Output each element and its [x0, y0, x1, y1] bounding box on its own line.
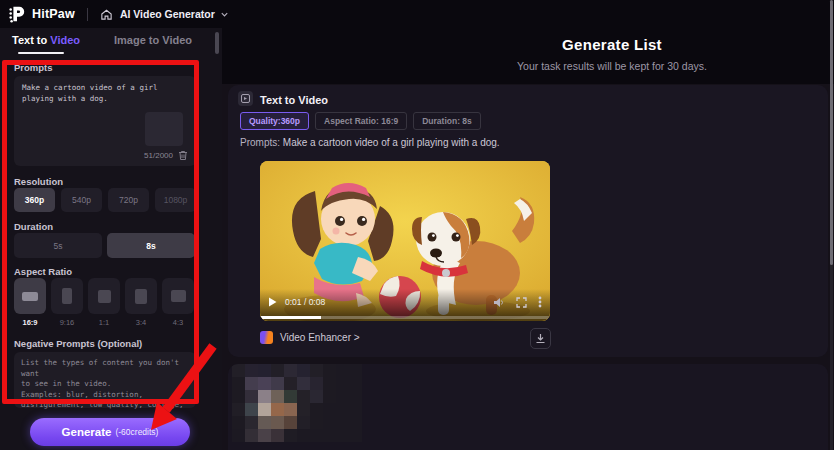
- aspect-ratio-options: [14, 278, 194, 314]
- duration-badge: Duration: 8s: [413, 112, 481, 130]
- task-card-censored: [228, 364, 828, 450]
- aspect-ratio-label: Aspect Ratio: [14, 266, 72, 277]
- topbar-divider: [87, 8, 88, 21]
- tab-label-prefix: Text to: [12, 34, 50, 46]
- task-card: Text to Video Quality:360p Aspect Ratio:…: [228, 85, 828, 357]
- prompts-label: Prompts: [14, 62, 53, 73]
- progress-fill: [260, 316, 321, 319]
- video-controls-right: [493, 296, 542, 308]
- download-icon: [535, 333, 546, 344]
- page-subtitle: Your task results will be kept for 30 da…: [390, 60, 834, 72]
- aspect-9-16-shape: [62, 288, 72, 304]
- aspect-16-9[interactable]: [14, 278, 46, 314]
- tab-label-accent: Video: [50, 34, 80, 46]
- aspect-label-9-16: 9:16: [51, 318, 83, 327]
- prompt-text: Make a cartoon video of a girl playing w…: [22, 83, 172, 105]
- page-title: Generate List: [390, 36, 834, 53]
- quality-badge: Quality:360p: [240, 112, 309, 130]
- duration-8s[interactable]: 8s: [107, 233, 195, 258]
- video-enhancer-icon: [260, 331, 273, 344]
- duration-label: Duration: [14, 221, 53, 232]
- video-enhancer-row: Video Enhancer >: [260, 331, 360, 344]
- video-time: 0:01 / 0:08: [285, 297, 325, 307]
- chevron-down-icon[interactable]: [220, 10, 229, 19]
- aspect-label-4-3: 4:3: [162, 318, 194, 327]
- sidebar: Text to Video Image to Video Prompts Mak…: [0, 28, 222, 450]
- video-progress-bar[interactable]: [260, 316, 550, 319]
- censored-block: [232, 364, 362, 442]
- resolution-1080p[interactable]: 1080p: [155, 188, 196, 212]
- char-counter-row: 51/2000: [144, 150, 188, 161]
- home-icon[interactable]: [100, 8, 113, 21]
- aspect-4-3-shape: [171, 290, 186, 302]
- video-enhancer-link[interactable]: Video Enhancer >: [280, 332, 360, 343]
- negative-prompts-input[interactable]: List the types of content you don't want…: [14, 352, 196, 408]
- aspect-1-1[interactable]: [88, 278, 120, 314]
- sidebar-scrollbar[interactable]: [215, 32, 219, 54]
- aspect-ratio-labels: 16:9 9:16 1:1 3:4 4:3: [14, 318, 194, 327]
- resolution-label: Resolution: [14, 176, 63, 187]
- prompt-input[interactable]: Make a cartoon video of a girl playing w…: [14, 76, 196, 166]
- generate-button-credits: (-60credits): [115, 427, 158, 437]
- app-title[interactable]: AI Video Generator: [120, 8, 215, 20]
- brand-name: HitPaw: [32, 7, 75, 21]
- task-type-title: Text to Video: [260, 94, 328, 106]
- generate-list-header: Generate List Your task results will be …: [390, 36, 834, 72]
- aspect-label-1-1: 1:1: [88, 318, 120, 327]
- negative-prompts-label: Negative Prompts (Optional): [14, 338, 142, 349]
- trash-icon[interactable]: [178, 150, 188, 161]
- volume-icon[interactable]: [493, 297, 505, 308]
- window-scrollbar-thumb[interactable]: [830, 0, 833, 265]
- text-to-video-icon: [238, 91, 253, 106]
- aspect-3-4-shape: [135, 289, 147, 304]
- task-badges: Quality:360p Aspect Ratio: 16:9 Duration…: [240, 112, 481, 130]
- duration-5s[interactable]: 5s: [14, 233, 102, 258]
- aspect-16-9-shape: [22, 292, 38, 301]
- aspect-label-16-9: 16:9: [14, 318, 46, 327]
- active-tab-underline: [18, 52, 64, 54]
- task-prompt-line: Prompts: Make a cartoon video of a girl …: [240, 137, 500, 148]
- char-counter: 51/2000: [144, 151, 173, 160]
- tab-image-to-video[interactable]: Image to Video: [114, 31, 192, 55]
- video-player[interactable]: 0:01 / 0:08: [260, 161, 550, 321]
- generate-button-label: Generate: [62, 426, 112, 438]
- aspect-4-3[interactable]: [162, 278, 194, 314]
- task-prompt-value: Make a cartoon video of a girl playing w…: [283, 137, 500, 148]
- top-bar: HitPaw AI Video Generator: [0, 0, 834, 28]
- play-icon[interactable]: [268, 297, 277, 307]
- resolution-720p[interactable]: 720p: [108, 188, 149, 212]
- prompt-thumbnail-placeholder: [145, 112, 183, 146]
- kebab-menu-icon[interactable]: [538, 296, 542, 308]
- negative-prompts-placeholder: List the types of content you don't want…: [21, 358, 189, 411]
- aspect-9-16[interactable]: [51, 278, 83, 314]
- aspect-label-3-4: 3:4: [125, 318, 157, 327]
- generate-button[interactable]: Generate (-60credits): [30, 418, 190, 446]
- resolution-540p[interactable]: 540p: [61, 188, 102, 212]
- download-button[interactable]: [530, 328, 551, 349]
- resolution-options: 360p 540p 720p 1080p: [14, 188, 196, 212]
- duration-options: 5s 8s: [14, 233, 195, 258]
- aspect-badge: Aspect Ratio: 16:9: [315, 112, 407, 130]
- resolution-360p[interactable]: 360p: [14, 188, 55, 212]
- task-prompt-label: Prompts:: [240, 137, 280, 148]
- aspect-3-4[interactable]: [125, 278, 157, 314]
- aspect-1-1-shape: [98, 290, 111, 303]
- hitpaw-logo: [8, 5, 26, 23]
- app-window: HitPaw AI Video Generator Text to Video …: [0, 0, 834, 450]
- fullscreen-icon[interactable]: [516, 297, 527, 308]
- window-scrollbar[interactable]: [830, 0, 833, 450]
